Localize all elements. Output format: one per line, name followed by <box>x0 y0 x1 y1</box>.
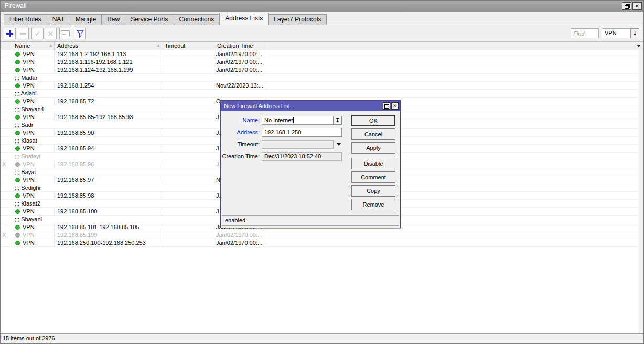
address-cell: 192.168.250.100-192.168.250.253 <box>55 239 162 246</box>
name-cell: VPN <box>12 176 55 184</box>
column-header-creation-time[interactable]: Creation Time <box>214 42 266 50</box>
address-cell: 192.168.85.72 <box>55 98 162 105</box>
column-header-address[interactable]: Address <box>55 42 162 50</box>
column-header-timeout[interactable]: Timeout <box>162 42 214 50</box>
name-dropdown-button[interactable]: ↧ <box>333 116 342 125</box>
name-cell: VPN <box>12 192 55 199</box>
timeout-dropdown-button[interactable] <box>336 143 341 146</box>
tab-address-lists[interactable]: Address Lists <box>219 13 269 25</box>
row-flag <box>1 129 12 136</box>
row-flag <box>1 98 12 105</box>
row-flag <box>1 66 12 73</box>
row-flag: X <box>1 160 12 168</box>
address-label: Address: <box>221 128 260 137</box>
remove-button <box>17 28 29 39</box>
row-flag <box>1 58 12 66</box>
address-cell: 192.168.85.96 <box>55 160 162 168</box>
dialog-close-button[interactable]: ✕ <box>391 102 399 110</box>
copy-button[interactable]: Copy <box>351 185 395 197</box>
close-icon: ✕ <box>635 1 639 12</box>
column-selector-button[interactable] <box>634 42 643 50</box>
timeout-field <box>262 140 334 149</box>
row-flag <box>1 50 12 58</box>
timeout-cell <box>162 176 214 184</box>
find-input[interactable] <box>571 28 599 38</box>
address-cell: 192.168.1.116-192.168.1.121 <box>55 58 162 66</box>
row-flag <box>1 200 12 207</box>
dialog-maximize-button[interactable] <box>383 102 390 110</box>
timeout-label: Timeout: <box>221 140 260 149</box>
comment-row[interactable]: ;;; Madar <box>1 74 638 82</box>
column-header-flags[interactable] <box>1 42 12 50</box>
address-cell: 192.168.85.98 <box>55 192 162 199</box>
scrollbar-track[interactable] <box>638 50 643 333</box>
row-flag <box>1 192 12 199</box>
disable-button: ✕ <box>45 28 57 39</box>
list-filter-dropdown-button[interactable]: ↧ <box>630 28 639 38</box>
timeout-cell <box>162 129 214 136</box>
check-icon: ✓ <box>35 30 40 38</box>
dialog-titlebar[interactable]: New Firewall Address List ✕ <box>221 101 400 111</box>
comment-icon <box>61 30 70 37</box>
column-header-name[interactable]: Name <box>12 42 55 50</box>
address-cell: 192.168.85.85-192.168.85.93 <box>55 113 162 121</box>
remove-button[interactable]: Remove <box>351 199 395 210</box>
enabled-dot-icon <box>15 225 20 230</box>
timeout-cell <box>162 82 214 89</box>
name-cell: VPN <box>12 208 55 215</box>
comment-row[interactable]: ;;; Asiabi <box>1 90 638 98</box>
comment-button[interactable]: Comment <box>351 171 395 183</box>
row-flag <box>1 176 12 184</box>
row-flag <box>1 223 12 231</box>
enabled-dot-icon <box>15 52 20 57</box>
address-cell: 192.168.1.2-192.168.1.113 <box>55 50 162 58</box>
comment-text: ;;; Madar <box>12 74 638 81</box>
filter-button[interactable] <box>74 28 86 39</box>
sort-icon <box>49 44 52 47</box>
row-flag <box>1 216 12 223</box>
list-filter-combo[interactable]: VPN <box>602 28 631 38</box>
apply-button[interactable]: Apply <box>351 142 395 154</box>
timeout-cell <box>162 231 214 239</box>
enabled-dot-icon <box>15 131 20 135</box>
window-titlebar[interactable]: Firewall ✕ <box>1 1 643 12</box>
cancel-button[interactable]: Cancel <box>351 128 395 140</box>
address-cell: 192.168.1.124-192.168.1.199 <box>55 66 162 73</box>
restore-button[interactable] <box>622 2 631 10</box>
name-field[interactable]: No Internet <box>262 116 334 125</box>
row-flag <box>1 121 12 128</box>
name-cell: VPN <box>12 113 55 121</box>
disable-button[interactable]: Disable <box>351 158 395 169</box>
table-row[interactable]: XVPN192.168.85.199Jan/02/1970 00:... <box>1 231 638 239</box>
address-cell: 192.168.85.90 <box>55 129 162 136</box>
timeout-cell <box>162 50 214 58</box>
table-header: Name Address Timeout Creation Time <box>1 42 643 50</box>
creation-time-cell: Nov/22/2023 13:... <box>214 82 266 89</box>
table-row[interactable]: VPN192.168.1.116-192.168.1.121Jan/02/197… <box>1 58 638 66</box>
row-flag <box>1 137 12 144</box>
timeout-cell <box>162 239 214 246</box>
address-cell: 192.168.1.254 <box>55 82 162 89</box>
enabled-dot-icon <box>15 99 20 104</box>
table-row[interactable]: VPN192.168.250.100-192.168.250.253Jan/02… <box>1 239 638 247</box>
table-row[interactable]: VPN192.168.1.2-192.168.1.113Jan/02/1970 … <box>1 50 638 58</box>
creation-time-cell: Jan/02/1970 00:... <box>214 58 266 66</box>
comment-button[interactable] <box>59 28 71 39</box>
name-cell: VPN <box>12 66 55 73</box>
comment-text: ;;; Asiabi <box>12 90 638 97</box>
enabled-dot-icon <box>15 68 20 72</box>
timeout-cell <box>162 145 214 152</box>
dialog-title: New Firewall Address List <box>224 103 290 109</box>
table-row[interactable]: VPN192.168.1.124-192.168.1.199Jan/02/197… <box>1 66 638 74</box>
table-row[interactable]: VPN192.168.1.254Nov/22/2023 13:... <box>1 82 638 90</box>
creation-time-cell: Jan/02/1970 00:... <box>214 231 266 239</box>
timeout-cell <box>162 98 214 105</box>
add-button[interactable] <box>4 28 16 39</box>
ok-button[interactable]: OK <box>351 115 395 126</box>
arrow-from-bar-icon: ↧ <box>632 30 637 36</box>
address-field[interactable]: 192.168.1.250 <box>262 128 342 137</box>
name-cell: VPN <box>12 58 55 66</box>
creation-time-cell: Jan/02/1970 00:... <box>214 239 266 246</box>
cross-icon: ✕ <box>48 30 53 38</box>
close-button[interactable]: ✕ <box>632 2 642 10</box>
